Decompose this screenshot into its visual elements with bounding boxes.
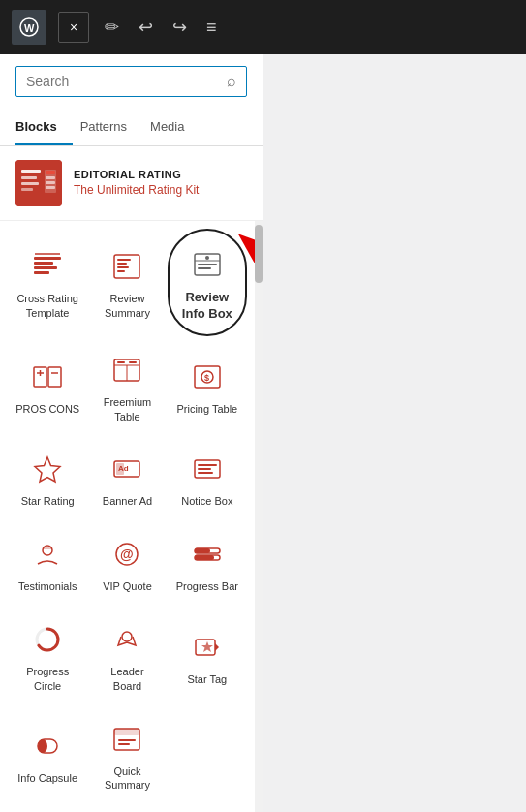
svg-rect-65 [38, 739, 47, 753]
tab-patterns[interactable]: Patterns [80, 109, 142, 145]
scrollbar-thumb[interactable] [255, 225, 263, 283]
svg-point-50 [43, 546, 52, 555]
svg-text:@: @ [120, 547, 134, 562]
search-wrapper[interactable]: ⌕ [15, 66, 247, 97]
block-item-pros-cons[interactable]: PROS CONS [8, 336, 87, 435]
block-label: Info Capsule [17, 771, 77, 785]
svg-rect-25 [198, 264, 217, 265]
sidebar: ⌕ Blocks Patterns Media [0, 54, 263, 812]
notice-box-icon [190, 452, 225, 486]
svg-rect-12 [34, 257, 61, 260]
svg-rect-18 [117, 259, 131, 261]
vip-quote-icon: @ [109, 537, 144, 572]
svg-rect-20 [117, 266, 129, 268]
review-summary-icon [109, 249, 144, 284]
block-label: Notice Box [181, 494, 232, 508]
svg-text:Ad: Ad [118, 464, 129, 473]
svg-rect-26 [198, 267, 211, 269]
search-bar: ⌕ [0, 54, 263, 109]
svg-rect-8 [46, 171, 55, 174]
svg-rect-4 [21, 176, 37, 179]
block-item-info-capsule[interactable]: Info Capsule [8, 705, 87, 804]
undo-button[interactable]: ↩ [135, 13, 157, 42]
svg-text:$: $ [204, 373, 209, 383]
block-item-freemium-table[interactable]: Freemium Table [87, 336, 167, 435]
svg-rect-19 [117, 263, 127, 265]
block-item-notice-box[interactable]: Notice Box [168, 436, 247, 521]
block-label: Cross Rating Template [15, 292, 79, 320]
block-label: Quick Summary [95, 765, 159, 793]
block-label: Review Summary [95, 292, 159, 320]
block-label: VIP Quote [103, 579, 152, 593]
block-label: Star Tag [187, 672, 227, 686]
svg-rect-14 [34, 266, 57, 269]
svg-rect-49 [198, 472, 213, 474]
svg-rect-67 [114, 729, 139, 735]
block-item-star-tag[interactable]: Star Tag [168, 607, 247, 705]
info-capsule-icon [30, 729, 65, 764]
redo-button[interactable]: ↪ [169, 13, 191, 42]
block-item-review-info-box[interactable]: Review Info Box [168, 229, 247, 336]
block-label: Freemium Table [95, 395, 159, 423]
svg-rect-56 [195, 548, 210, 553]
svg-marker-62 [215, 643, 219, 651]
edit-button[interactable]: ✏ [101, 13, 123, 42]
content-area [263, 54, 526, 812]
menu-button[interactable]: ≡ [202, 14, 221, 42]
svg-rect-47 [198, 464, 217, 466]
star-tag-icon [190, 630, 225, 665]
redo-icon: ↪ [172, 16, 187, 38]
svg-marker-42 [35, 457, 60, 482]
block-item-vip-quote[interactable]: @ VIP Quote [87, 521, 167, 607]
scrollbar-track[interactable] [255, 221, 263, 812]
block-label: Leader Board [95, 665, 159, 693]
banner-ad-icon: Ad [109, 452, 144, 486]
block-item-leader-board[interactable]: Leader Board [87, 607, 167, 705]
block-item-pricing-table[interactable]: $ Pricing Table [168, 336, 247, 435]
svg-rect-3 [21, 170, 41, 173]
block-item-quick-summary[interactable]: Quick Summary [87, 705, 167, 804]
pros-cons-icon [30, 359, 65, 394]
app-layout: ⌕ Blocks Patterns Media [0, 54, 526, 812]
svg-rect-68 [118, 739, 136, 741]
svg-rect-10 [46, 181, 55, 184]
block-item-cross-rating-template[interactable]: Cross Rating Template [8, 229, 87, 336]
svg-marker-63 [201, 641, 213, 652]
testimonials-icon [30, 537, 65, 572]
search-input[interactable] [26, 74, 219, 89]
leader-board-icon [109, 622, 144, 657]
svg-rect-6 [21, 188, 33, 191]
block-item-star-rating[interactable]: Star Rating [8, 436, 87, 521]
block-item-testimonials[interactable]: Testimonials [8, 521, 87, 607]
toolbar: W × ✏ ↩ ↪ ≡ [0, 0, 526, 54]
svg-rect-13 [34, 262, 53, 265]
plugin-header: EDITORIAL RATING The Unlimited Rating Ki… [0, 146, 263, 221]
block-label: Progress Bar [176, 579, 238, 593]
close-button[interactable]: × [58, 12, 89, 43]
block-item-banner-ad[interactable]: Ad Banner Ad [87, 436, 167, 521]
block-item-progress-bar[interactable]: Progress Bar [168, 521, 247, 607]
block-label: Review Info Box [177, 290, 237, 323]
star-rating-icon [30, 452, 65, 486]
menu-icon: ≡ [206, 17, 217, 38]
arrow-annotation [235, 229, 255, 305]
pricing-table-icon: $ [190, 359, 225, 394]
svg-rect-11 [46, 186, 55, 189]
close-icon: × [70, 19, 77, 35]
wp-logo: W [12, 10, 46, 45]
svg-text:W: W [24, 22, 35, 34]
cross-rating-icon [30, 249, 65, 284]
plugin-tagline[interactable]: The Unlimited Rating Kit [74, 183, 199, 197]
svg-rect-51 [43, 547, 52, 549]
block-item-progress-circle[interactable]: Progress Circle [8, 607, 87, 705]
block-item-review-summary[interactable]: Review Summary [87, 229, 167, 336]
search-icon: ⌕ [227, 73, 236, 90]
tab-media[interactable]: Media [150, 109, 200, 145]
svg-rect-9 [46, 176, 55, 179]
block-label: Banner Ad [103, 494, 152, 508]
svg-rect-37 [117, 361, 125, 363]
plugin-name: EDITORIAL RATING [74, 169, 199, 180]
plugin-info: EDITORIAL RATING The Unlimited Rating Ki… [74, 169, 199, 198]
blocks-area: Cross Rating Template Review Summary [0, 221, 263, 812]
tab-blocks[interactable]: Blocks [15, 109, 73, 145]
